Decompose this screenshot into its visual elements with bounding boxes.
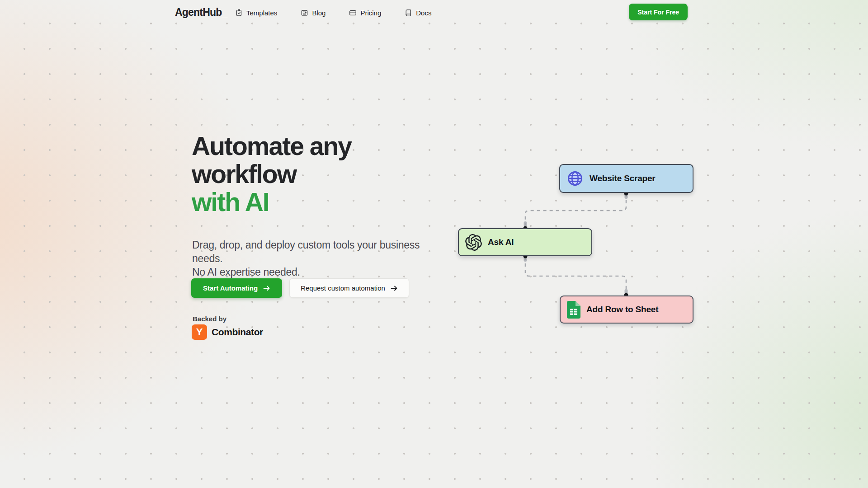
- nav-item-label: Pricing: [360, 9, 381, 17]
- brand-name: AgentHub: [175, 6, 222, 18]
- nav-item-docs[interactable]: Docs: [405, 9, 431, 17]
- hero-subtitle: Drag, drop, and deploy custom tools your…: [192, 238, 445, 279]
- clipboard-check-icon: [235, 9, 243, 17]
- edge-handle-stub: [524, 257, 527, 262]
- y-combinator-badge: Y Combinator: [192, 324, 263, 340]
- brand-cursor: _: [222, 6, 227, 18]
- page-title: Automate any workflow with AI: [192, 132, 517, 216]
- workflow-node-website-scraper[interactable]: Website Scraper: [559, 164, 693, 193]
- nav-item-templates[interactable]: Templates: [235, 9, 277, 17]
- edge-handle-stub: [524, 221, 527, 226]
- arrow-right-icon: [391, 286, 398, 291]
- brand-logo[interactable]: AgentHub_: [175, 6, 227, 19]
- nav-item-pricing[interactable]: Pricing: [349, 9, 381, 17]
- nav-item-blog[interactable]: Blog: [301, 9, 326, 17]
- subtitle-line-2: No AI expertise needed.: [192, 266, 300, 278]
- globe-icon: [566, 170, 584, 187]
- edge-handle-stub: [625, 194, 628, 199]
- arrow-right-icon: [263, 286, 270, 291]
- request-custom-automation-label: Request custom automation: [301, 284, 385, 292]
- title-line-2: workflow: [192, 160, 296, 188]
- y-combinator-logo[interactable]: Y: [192, 324, 207, 340]
- node-label: Add Row to Sheet: [586, 305, 658, 314]
- openai-icon: [465, 234, 482, 251]
- workflow-node-ask-ai[interactable]: Ask AI: [458, 228, 592, 256]
- main-nav: Templates Blog Pricing Docs: [235, 0, 431, 25]
- title-line-1: Automate any: [192, 131, 351, 160]
- request-custom-automation-button[interactable]: Request custom automation: [289, 278, 409, 298]
- edge-scraper-to-askai: [525, 194, 626, 227]
- subtitle-line-1: Drag, drop, and deploy custom tools your…: [192, 239, 420, 264]
- node-label: Ask AI: [488, 237, 514, 247]
- edge-askai-to-sheet: [525, 257, 626, 294]
- google-sheets-icon: [567, 301, 580, 319]
- newspaper-icon: [301, 9, 308, 17]
- nav-item-label: Docs: [416, 9, 431, 17]
- book-icon: [405, 9, 412, 17]
- workflow-node-add-row-to-sheet[interactable]: Add Row to Sheet: [560, 296, 693, 324]
- edge-handle-stub: [625, 289, 628, 294]
- start-for-free-button[interactable]: Start For Free: [629, 4, 688, 20]
- start-automating-label: Start Automating: [203, 284, 258, 292]
- backer-name: Combinator: [212, 327, 263, 338]
- hero-actions: Start Automating Request custom automati…: [191, 278, 409, 298]
- nav-item-label: Templates: [246, 9, 277, 17]
- credit-card-icon: [349, 9, 357, 17]
- y-combinator-letter: Y: [196, 326, 203, 338]
- start-automating-button[interactable]: Start Automating: [191, 278, 282, 298]
- node-label: Website Scraper: [590, 174, 656, 183]
- backed-by-label: Backed by: [193, 315, 226, 323]
- nav-item-label: Blog: [312, 9, 326, 17]
- title-accent: with AI: [192, 188, 269, 216]
